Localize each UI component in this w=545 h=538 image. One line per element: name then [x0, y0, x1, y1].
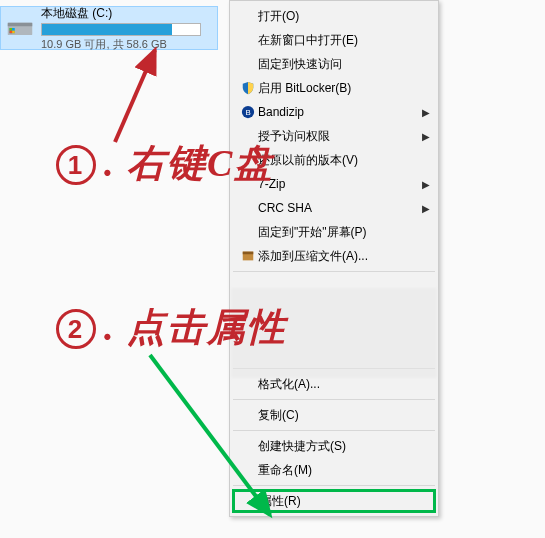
menu-separator: [233, 399, 435, 400]
menu-open-label: 打开(O): [258, 8, 418, 25]
menu-open-new-window[interactable]: 在新窗口中打开(E): [232, 28, 436, 52]
menu-restore-prev-label: 还原以前的版本(V): [258, 152, 418, 169]
menu-separator: [233, 430, 435, 431]
svg-rect-4: [12, 31, 15, 34]
annotation-step-2-number: 2: [56, 309, 96, 349]
menu-create-shortcut-label: 创建快捷方式(S): [258, 438, 418, 455]
menu-copy[interactable]: 复制(C): [232, 403, 436, 427]
svg-rect-9: [243, 252, 254, 255]
shield-icon: [238, 81, 258, 95]
menu-pin-start[interactable]: 固定到"开始"屏幕(P): [232, 220, 436, 244]
context-menu: 打开(O) 在新窗口中打开(E) 固定到快速访问 启用 BitLocker(B)…: [229, 0, 439, 517]
drive-icon: [5, 11, 35, 45]
drive-name: 本地磁盘 (C:): [41, 5, 213, 22]
menu-separator: [233, 485, 435, 486]
menu-bandizip[interactable]: B Bandizip ▶: [232, 100, 436, 124]
drive-subtitle: 10.9 GB 可用, 共 58.6 GB: [41, 37, 213, 52]
menu-7zip-label: 7-Zip: [258, 177, 418, 191]
annotation-step-1-number: 1: [56, 145, 96, 185]
menu-properties-label: 属性(R): [260, 493, 416, 510]
menu-copy-label: 复制(C): [258, 407, 418, 424]
menu-crc-sha-label: CRC SHA: [258, 201, 418, 215]
chevron-right-icon: ▶: [422, 131, 430, 142]
drive-c-item[interactable]: 本地磁盘 (C:) 10.9 GB 可用, 共 58.6 GB: [0, 6, 218, 50]
drive-usage-bar: [41, 23, 201, 36]
menu-add-archive-label: 添加到压缩文件(A)...: [258, 248, 418, 265]
menu-rename-label: 重命名(M): [258, 462, 418, 479]
menu-grant-access-label: 授予访问权限: [258, 128, 418, 145]
svg-text:B: B: [245, 108, 250, 117]
menu-bitlocker[interactable]: 启用 BitLocker(B): [232, 76, 436, 100]
annotation-step-1-text: . 右键C盘: [104, 142, 274, 184]
annotation-step-2: 2. 点击属性: [56, 302, 287, 353]
menu-add-archive[interactable]: 添加到压缩文件(A)...: [232, 244, 436, 268]
menu-properties[interactable]: 属性(R): [232, 489, 436, 513]
menu-format-label: 格式化(A)...: [258, 376, 418, 393]
archive-icon: [238, 249, 258, 263]
bandizip-icon: B: [238, 105, 258, 119]
menu-pin-start-label: 固定到"开始"屏幕(P): [258, 224, 418, 241]
menu-pin-quick-access-label: 固定到快速访问: [258, 56, 418, 73]
menu-rename[interactable]: 重命名(M): [232, 458, 436, 482]
chevron-right-icon: ▶: [422, 203, 430, 214]
drive-body: 本地磁盘 (C:) 10.9 GB 可用, 共 58.6 GB: [41, 5, 213, 52]
menu-bitlocker-label: 启用 BitLocker(B): [258, 80, 418, 97]
menu-create-shortcut[interactable]: 创建快捷方式(S): [232, 434, 436, 458]
drive-usage-fill: [42, 24, 172, 35]
annotation-step-2-text: . 点击属性: [104, 306, 287, 348]
menu-separator: [233, 271, 435, 272]
annotation-step-1: 1. 右键C盘: [56, 138, 274, 189]
chevron-right-icon: ▶: [422, 107, 430, 118]
chevron-right-icon: ▶: [422, 179, 430, 190]
menu-crc-sha[interactable]: CRC SHA ▶: [232, 196, 436, 220]
menu-open[interactable]: 打开(O): [232, 4, 436, 28]
menu-bandizip-label: Bandizip: [258, 105, 418, 119]
menu-open-new-window-label: 在新窗口中打开(E): [258, 32, 418, 49]
svg-rect-1: [8, 23, 33, 27]
svg-line-10: [115, 50, 155, 142]
annotation-arrow-1: [100, 42, 210, 152]
svg-rect-5: [10, 31, 13, 34]
menu-pin-quick-access[interactable]: 固定到快速访问: [232, 52, 436, 76]
svg-rect-3: [10, 28, 13, 31]
